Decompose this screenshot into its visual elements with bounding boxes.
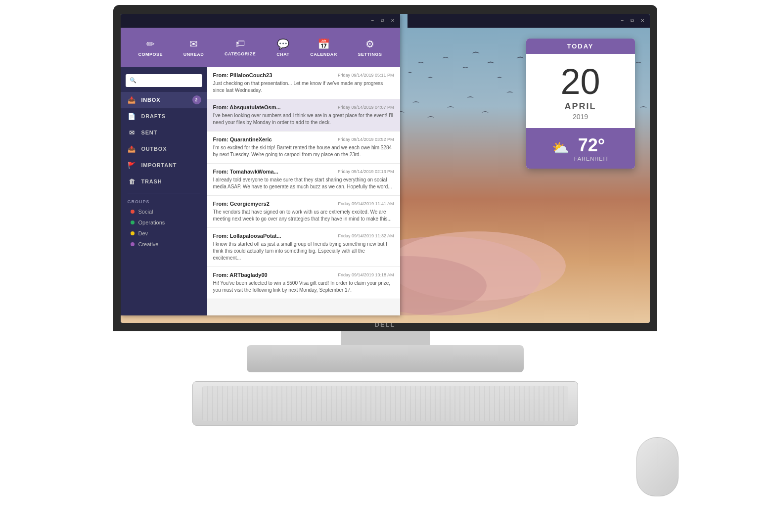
creative-label: Creative bbox=[138, 241, 159, 247]
operations-dot bbox=[131, 221, 135, 224]
sidebar-divider bbox=[128, 193, 200, 193]
operations-label: Operations bbox=[138, 220, 165, 225]
sidebar-group-operations[interactable]: Operations bbox=[121, 217, 207, 228]
search-box[interactable]: 🔍 bbox=[126, 74, 202, 87]
mouse[interactable] bbox=[636, 437, 679, 496]
email-from: From: AbsquatulateOsm... bbox=[213, 104, 281, 110]
weather-unit: FARENHEIT bbox=[574, 156, 609, 162]
email-list: From: PillalooCouch23 Friday 09/14/2019 … bbox=[207, 67, 400, 315]
email-item[interactable]: From: TomahawkWoma... Friday 09/14/2019 … bbox=[207, 164, 400, 196]
email-date: Friday 09/14/2019 05:11 PM bbox=[338, 73, 394, 78]
toolbar-calendar[interactable]: 📅 CALENDAR bbox=[310, 38, 337, 57]
unread-icon: ✉ bbox=[189, 38, 198, 50]
email-preview: Hi! You've been selected to win a $500 V… bbox=[213, 280, 394, 294]
calendar-day: 20 bbox=[531, 64, 630, 99]
cal-maximize-button[interactable]: ⧉ bbox=[629, 17, 636, 24]
email-sidebar: 🔍 📥 INBOX 2 📄 DRAFTS bbox=[121, 67, 207, 315]
settings-label: SETTINGS bbox=[358, 52, 382, 57]
weather-temperature: 72° bbox=[578, 135, 605, 156]
email-titlebar: − ⧉ ✕ bbox=[121, 14, 400, 28]
creative-dot bbox=[131, 242, 135, 246]
trash-label: TRASH bbox=[141, 178, 162, 184]
email-item[interactable]: From: PillalooCouch23 Friday 09/14/2019 … bbox=[207, 67, 400, 99]
settings-icon: ⚙ bbox=[365, 38, 374, 50]
email-header: From: LollapaloosaPotat... Friday 09/14/… bbox=[213, 233, 394, 239]
chat-icon: 💬 bbox=[277, 38, 289, 50]
monitor-stand-neck bbox=[341, 331, 430, 345]
sidebar-group-social[interactable]: Social bbox=[121, 206, 207, 217]
sidebar-item-inbox[interactable]: 📥 INBOX 2 bbox=[121, 92, 207, 108]
email-item[interactable]: From: Georgiemyers2 Friday 09/14/2019 11… bbox=[207, 196, 400, 228]
sidebar-item-important[interactable]: 🚩 IMPORTANT bbox=[121, 157, 207, 174]
email-item[interactable]: From: AbsquatulateOsm... Friday 09/14/20… bbox=[207, 99, 400, 132]
calendar-window-area: − ⧉ ✕ bbox=[408, 14, 650, 28]
email-preview: I've been looking over numbers and I thi… bbox=[213, 112, 394, 126]
email-item[interactable]: From: ARTbaglady00 Friday 09/14/2019 10:… bbox=[207, 267, 400, 299]
dev-label: Dev bbox=[138, 230, 148, 236]
social-dot bbox=[131, 210, 135, 214]
close-button[interactable]: ✕ bbox=[389, 17, 396, 24]
groups-section-title: GROUPS bbox=[121, 196, 207, 206]
toolbar-settings[interactable]: ⚙ SETTINGS bbox=[358, 38, 382, 57]
categorize-icon: 🏷 bbox=[235, 38, 245, 49]
keyboard[interactable] bbox=[192, 381, 578, 426]
email-header: From: AbsquatulateOsm... Friday 09/14/20… bbox=[213, 104, 394, 110]
email-window: − ⧉ ✕ ✏ COMPOSE ✉ UNREAD 🏷 bbox=[121, 14, 400, 315]
calendar-date-area: 20 APRIL 2019 bbox=[526, 54, 635, 128]
sidebar-group-creative[interactable]: Creative bbox=[121, 239, 207, 250]
inbox-icon: 📥 bbox=[128, 96, 136, 104]
chat-label: CHAT bbox=[276, 52, 289, 57]
inbox-badge: 2 bbox=[192, 95, 201, 104]
calendar-year: 2019 bbox=[531, 113, 630, 121]
email-date: Friday 09/14/2019 11:41 AM bbox=[338, 201, 394, 206]
calendar-icon: 📅 bbox=[317, 38, 330, 50]
categorize-label: CATEGORIZE bbox=[225, 51, 256, 56]
toolbar-unread[interactable]: ✉ UNREAD bbox=[183, 38, 204, 57]
email-item[interactable]: From: QuarantineXeric Friday 09/14/2019 … bbox=[207, 132, 400, 164]
email-header: From: TomahawkWoma... Friday 09/14/2019 … bbox=[213, 169, 394, 175]
calendar-today-bar: TODAY bbox=[526, 39, 635, 54]
email-date: Friday 09/14/2019 03:52 PM bbox=[338, 137, 394, 142]
toolbar-chat[interactable]: 💬 CHAT bbox=[276, 38, 289, 57]
important-label: IMPORTANT bbox=[141, 162, 177, 168]
cal-close-button[interactable]: ✕ bbox=[639, 17, 646, 24]
sidebar-item-trash[interactable]: 🗑 TRASH bbox=[121, 174, 207, 190]
maximize-button[interactable]: ⧉ bbox=[379, 17, 386, 24]
cal-minimize-button[interactable]: − bbox=[619, 17, 626, 24]
email-header: From: QuarantineXeric Friday 09/14/2019 … bbox=[213, 136, 394, 142]
drafts-label: DRAFTS bbox=[141, 113, 166, 119]
email-item[interactable]: From: LollapaloosaPotat... Friday 09/14/… bbox=[207, 228, 400, 267]
email-preview: I know this started off as just a small … bbox=[213, 241, 394, 262]
monitor-stand-base bbox=[247, 345, 524, 372]
monitor-screen: − ⧉ ✕ ✏ COMPOSE ✉ UNREAD 🏷 bbox=[121, 14, 650, 323]
calendar-month: APRIL bbox=[531, 101, 630, 112]
email-preview: I already told everyone to make sure tha… bbox=[213, 177, 394, 190]
email-preview: Just checking on that presentation... Le… bbox=[213, 80, 394, 94]
drafts-icon: 📄 bbox=[128, 113, 136, 120]
minimize-button[interactable]: − bbox=[369, 17, 376, 24]
sent-icon: ✉ bbox=[128, 129, 136, 136]
outbox-label: OUTBOX bbox=[141, 146, 167, 152]
sidebar-group-dev[interactable]: Dev bbox=[121, 228, 207, 239]
email-preview: The vendors that have signed on to work … bbox=[213, 209, 394, 222]
email-header: From: ARTbaglady00 Friday 09/14/2019 10:… bbox=[213, 272, 394, 278]
email-from: From: TomahawkWoma... bbox=[213, 169, 278, 175]
monitor-wrapper: DELL bbox=[0, 0, 770, 532]
sidebar-item-outbox[interactable]: 📤 OUTBOX bbox=[121, 141, 207, 157]
monitor-bezel: DELL bbox=[113, 5, 657, 331]
email-date: Friday 09/14/2019 02:13 PM bbox=[338, 169, 394, 174]
trash-icon: 🗑 bbox=[128, 178, 136, 185]
email-date: Friday 09/14/2019 04:07 PM bbox=[338, 105, 394, 110]
calendar-titlebar: − ⧉ ✕ bbox=[408, 14, 650, 28]
email-from: From: Georgiemyers2 bbox=[213, 201, 270, 207]
sidebar-item-sent[interactable]: ✉ SENT bbox=[121, 125, 207, 141]
unread-label: UNREAD bbox=[183, 52, 204, 57]
toolbar-compose[interactable]: ✏ COMPOSE bbox=[138, 38, 163, 57]
social-label: Social bbox=[138, 209, 153, 215]
svg-point-1 bbox=[388, 231, 566, 301]
toolbar-categorize[interactable]: 🏷 CATEGORIZE bbox=[225, 38, 256, 56]
sidebar-item-drafts[interactable]: 📄 DRAFTS bbox=[121, 108, 207, 125]
weather-info: 72° FARENHEIT bbox=[574, 135, 609, 162]
email-date: Friday 09/14/2019 11:32 AM bbox=[338, 233, 394, 238]
calendar-label: CALENDAR bbox=[310, 52, 337, 57]
